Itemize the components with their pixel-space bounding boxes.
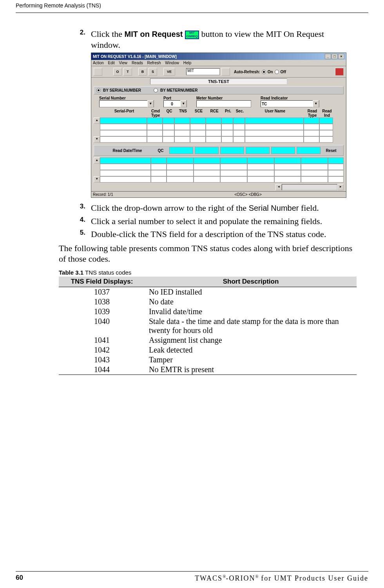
table-row[interactable] [100, 118, 344, 124]
by-serial-label: BY SERIALNUMBER [103, 88, 141, 92]
table-row[interactable] [100, 124, 344, 130]
auto-refresh-on-radio[interactable] [262, 70, 266, 74]
ui-term: Serial Number [249, 204, 299, 212]
step-number: 5. [74, 229, 85, 237]
menu-refresh[interactable]: Refresh [147, 61, 161, 65]
col-sec: Sec. [234, 109, 246, 118]
scroll-left-icon[interactable]: ◂ [275, 184, 282, 190]
table-row: 1044No EMTR is present [59, 365, 357, 375]
step-3: 3. Click the drop-down arrow to the righ… [74, 203, 355, 213]
table-row: 1039Invalid date/time [59, 307, 357, 317]
col-sce: SCE [191, 109, 206, 118]
table-row[interactable] [100, 164, 344, 170]
scroll-down-icon[interactable]: ▾ [94, 136, 100, 143]
status-tags: <OSC> <DBG> [152, 192, 344, 197]
table-header-code: TNS Field Displays: [59, 277, 145, 287]
step-body: Click a serial number to select it and p… [91, 216, 355, 227]
toolbar-s-button[interactable]: S [149, 68, 157, 76]
table-row: 1042Leak detected [59, 345, 357, 355]
on-label: On [268, 70, 273, 74]
auto-refresh-off-radio[interactable] [275, 70, 279, 74]
menu-reads[interactable]: Reads [132, 61, 143, 65]
step-4: 4. Click a serial number to select it an… [74, 216, 355, 227]
step-body: Click the MIT on Request MIT ONREQ butto… [91, 29, 355, 50]
table-row[interactable] [100, 170, 344, 176]
toolbar: O T B S VE MIT Auto-Refresh: On Off [91, 66, 346, 78]
menu-edit[interactable]: Edit [108, 61, 115, 65]
toolbar-stop-icon[interactable] [335, 68, 344, 76]
serial-number-dropdown-icon[interactable]: ▾ [147, 100, 154, 107]
lower-table: ▴ ▾ [91, 157, 346, 183]
by-meter-radio[interactable] [154, 88, 158, 92]
reset-label: Reset [321, 148, 341, 153]
menu-action[interactable]: Action [93, 61, 104, 65]
port-label: Port [163, 96, 187, 100]
step-number: 4. [74, 216, 85, 224]
page-number: 60 [16, 574, 23, 583]
read-indicator-dropdown-icon[interactable]: ▾ [313, 100, 319, 107]
by-serial-radio[interactable] [96, 88, 101, 92]
scroll-down-icon[interactable]: ▾ [94, 176, 100, 183]
read-indicator-input[interactable]: TC▾ [261, 100, 319, 107]
table-row: 1038No date [59, 297, 357, 307]
footer-rule [16, 571, 368, 572]
col-cmd-type: Cmd Type [148, 109, 163, 118]
window-controls: _ □ × [324, 54, 344, 59]
col-pri: Pri. [222, 109, 234, 118]
port-input[interactable]: 0▾ [163, 100, 187, 107]
running-header: Performing Remote Analysis (TNS) [16, 2, 368, 9]
mit-on-request-icon: MIT ONREQ [185, 31, 199, 39]
window-titlebar: MIT ON REQUEST V1.6.16 - [MAIN_WINDOW] _… [91, 53, 346, 60]
table-header-desc: Short Description [145, 277, 357, 287]
auto-refresh-label: Auto-Refresh: [234, 70, 260, 74]
table-caption: Table 3.1 TNS status codes [59, 269, 355, 276]
table-row[interactable] [100, 176, 344, 183]
table-caption-bold: Table 3.1 [59, 269, 83, 276]
search-by-row: BY SERIALNUMBER BY METERNUMBER [94, 86, 344, 94]
read-indicator-label: Read Indicator [261, 96, 319, 100]
toolbar-t-button[interactable]: T [123, 68, 132, 76]
col-qc: QC [163, 109, 175, 118]
meter-number-input[interactable] [196, 100, 251, 107]
menu-window[interactable]: Window [165, 61, 179, 65]
maximize-icon[interactable]: □ [331, 54, 338, 59]
step-bold: MIT on Request [125, 30, 183, 38]
menu-help[interactable]: Help [183, 61, 192, 65]
scroll-right-icon[interactable]: ▸ [337, 184, 344, 190]
mit-window-screenshot: MIT ON REQUEST V1.6.16 - [MAIN_WINDOW] _… [91, 52, 346, 198]
intro-paragraph: The following table presents common TNS … [59, 243, 355, 264]
toolbar-b-button[interactable]: B [138, 68, 147, 76]
upper-table: Serial-Port Cmd Type QC TNS SCE RCE Pri.… [91, 108, 346, 143]
step-body: Double-click the TNS field for a descrip… [91, 229, 355, 240]
read-date-time-label: Read Date/Time [102, 148, 153, 153]
scroll-up-icon[interactable]: ▴ [94, 118, 100, 124]
step-number: 3. [74, 203, 85, 210]
tns-test-label: TNS-TEST [150, 78, 287, 85]
menu-view[interactable]: View [119, 61, 128, 65]
toolbar-o-button[interactable]: O [113, 68, 122, 76]
by-meter-label: BY METERNUMBER [160, 88, 197, 92]
port-dropdown-icon[interactable]: ▾ [180, 100, 187, 107]
qc-label: QC [153, 148, 168, 153]
serial-number-label: Serial Number [99, 96, 154, 100]
record-count: Record: 1/1 [93, 192, 152, 197]
minimize-icon[interactable]: _ [325, 54, 331, 59]
toolbar-execute-icon[interactable] [221, 68, 230, 76]
serial-number-input[interactable]: ▾ [99, 100, 154, 107]
scroll-up-icon[interactable]: ▴ [94, 157, 100, 164]
table-row[interactable] [100, 130, 344, 136]
window-title: MIT ON REQUEST V1.6.16 - [MAIN_WINDOW] [93, 54, 177, 59]
page-footer: 60 TWACS®-ORION® for UMT Products User G… [16, 568, 368, 583]
toolbar-ve-button[interactable]: VE [163, 68, 175, 76]
lower-header-bar: Read Date/Time QC Reset [94, 145, 344, 156]
toolbar-open-icon[interactable] [94, 68, 102, 76]
table-row: 1037No IED installed [59, 287, 357, 297]
table-row[interactable] [100, 136, 344, 143]
col-user-name: User Name [246, 109, 304, 118]
table-row[interactable] [100, 157, 344, 164]
step-number: 2. [74, 29, 85, 36]
close-icon[interactable]: × [338, 54, 344, 59]
horizontal-scrollbar: ◂ ▸ [91, 183, 346, 191]
step-text-suffix: field. [299, 203, 319, 213]
mit-input[interactable]: MIT [186, 68, 220, 75]
